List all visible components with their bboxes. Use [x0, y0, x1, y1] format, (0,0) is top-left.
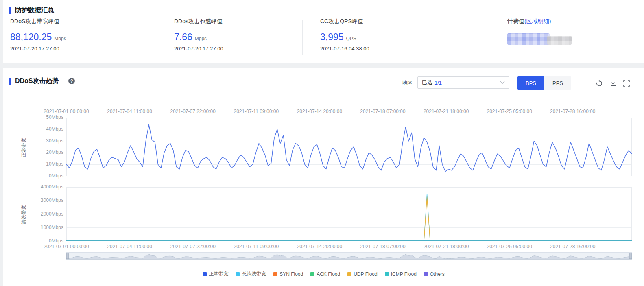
- trend-panel: DDoS攻击趋势 ? 地区 已选 1/1 BPS PPS 正常带宽 清洗带宽: [3, 68, 644, 286]
- legend-label: 正常带宽: [209, 271, 228, 277]
- region-detail-link[interactable]: (区域明细): [524, 18, 551, 24]
- x-tick-label: 2021-07-07 22:00:00: [170, 109, 215, 114]
- x-tick-label: 2021-07-28 16:00:00: [550, 109, 595, 114]
- x-tick-label: 2021-07-11 09:00:00: [234, 244, 279, 249]
- metric-timestamp: 2021-07-20 17:27:00: [10, 46, 66, 52]
- legend-swatch: [310, 272, 314, 276]
- legend-label: 总清洗带宽: [242, 271, 266, 277]
- card-divider: [490, 20, 490, 55]
- y-tick-label: 50Mbps: [3, 114, 63, 120]
- metric-timestamp: 2021-07-16 04:38:00: [320, 46, 369, 52]
- y-tick-label: 30Mbps: [3, 138, 63, 144]
- metric-label: DDoS攻击带宽峰值: [10, 18, 66, 25]
- legend-item[interactable]: SYN Flood: [273, 271, 303, 277]
- metric-card-ddos-packet-rate: DDos攻击包速峰值 7.66 Mpps 2021-07-20 17:27:00: [174, 18, 223, 52]
- region-select[interactable]: 已选 1/1: [417, 76, 509, 89]
- metric-card-cc-qps: CC攻击QPS峰值 3,995 QPS 2021-07-16 04:38:00: [320, 18, 369, 52]
- attack-series-line-总清洗带宽: [66, 194, 632, 241]
- metric-value: 7.66: [174, 32, 192, 43]
- y-tick-label: 3000Mbps: [3, 197, 63, 203]
- y-tick-label: 0Mbps: [3, 173, 63, 179]
- accent-bar: [9, 7, 11, 14]
- x-tick-label: 2021-07-21 18:00:00: [424, 109, 469, 114]
- x-tick-label: 2021-07-04 11:00:00: [107, 109, 152, 114]
- x-tick-label: 2021-07-01 00:00:00: [44, 109, 89, 114]
- card-divider: [302, 20, 303, 55]
- metric-unit: QPS: [346, 36, 356, 41]
- toggle-pps-button[interactable]: PPS: [544, 76, 571, 90]
- x-tick-label: 2021-07-21 18:00:00: [424, 244, 469, 249]
- x-tick-label: 2021-07-04 11:00:00: [107, 244, 152, 249]
- metric-label: CC攻击QPS峰值: [320, 18, 369, 25]
- x-tick-label: 2021-07-07 22:00:00: [170, 244, 215, 249]
- legend-item[interactable]: Others: [424, 271, 445, 277]
- chevron-down-icon: [500, 81, 505, 84]
- legend-swatch: [385, 272, 389, 276]
- y-tick-label: 4000Mbps: [3, 184, 63, 190]
- legend-swatch: [347, 272, 351, 276]
- legend-label: ACK Flood: [317, 271, 340, 277]
- x-tick-label: 2021-07-11 09:00:00: [234, 109, 279, 114]
- fullscreen-icon[interactable]: [623, 80, 630, 87]
- normal-bandwidth-chart[interactable]: [66, 118, 632, 176]
- refresh-icon[interactable]: [596, 80, 603, 87]
- unit-toggle: BPS PPS: [517, 76, 571, 90]
- x-tick-label: 2021-07-18 07:00:00: [360, 244, 405, 249]
- legend-item[interactable]: ICMP Flood: [385, 271, 417, 277]
- metric-unit: Mpps: [195, 36, 207, 41]
- metric-card-billing: 计费值(区域明细): [507, 18, 551, 25]
- x-tick-label: 2021-07-25 05:00:00: [487, 244, 532, 249]
- y-tick-label: 1000Mbps: [3, 225, 63, 230]
- x-tick-label: 2021-07-14 20:00:00: [297, 244, 342, 249]
- legend-label: ICMP Flood: [391, 271, 417, 277]
- legend-item[interactable]: ACK Flood: [310, 271, 340, 277]
- region-select-value: 1/1: [434, 80, 442, 86]
- slider-handle-right[interactable]: [629, 253, 632, 259]
- help-icon[interactable]: ?: [68, 78, 75, 84]
- masked-billing-value: [507, 33, 572, 46]
- mosaic-block-blue: [507, 33, 550, 45]
- metric-value: 3,995: [320, 32, 344, 43]
- legend-item[interactable]: 正常带宽: [203, 271, 228, 277]
- trend-section-title: DDoS攻击趋势: [15, 77, 59, 85]
- legend-label: UDP Flood: [354, 271, 377, 277]
- attack-series-line-UDP-Flood: [66, 196, 632, 241]
- trend-title-row: DDoS攻击趋势: [9, 77, 59, 85]
- accent-bar: [9, 78, 11, 85]
- region-select-prefix: 已选: [422, 79, 432, 86]
- x-tick-label: 2021-07-14 20:00:00: [297, 109, 342, 114]
- page: 防护数据汇总 DDoS攻击带宽峰值 88,120.25 Mbps 2021-07…: [0, 0, 644, 286]
- metric-timestamp: 2021-07-20 17:27:00: [174, 46, 223, 52]
- summary-section-title: 防护数据汇总: [15, 6, 54, 15]
- x-tick-label: 2021-07-25 05:00:00: [487, 109, 532, 114]
- region-filter-label: 地区: [402, 79, 413, 87]
- datazoom-slider[interactable]: [66, 252, 632, 260]
- y-tick-label: 40Mbps: [3, 126, 63, 132]
- mosaic-block-gray: [547, 36, 572, 45]
- x-tick-label: 2021-07-18 07:00:00: [360, 109, 405, 114]
- legend-label: Others: [430, 271, 445, 277]
- metric-unit: Mbps: [54, 36, 66, 41]
- legend-label: SYN Flood: [279, 271, 303, 277]
- summary-panel: 防护数据汇总 DDoS攻击带宽峰值 88,120.25 Mbps 2021-07…: [3, 0, 644, 63]
- y-tick-label: 0Mbps: [3, 238, 63, 244]
- plot-border: [67, 118, 632, 176]
- x-tick-label: 2021-07-28 16:00:00: [550, 244, 595, 249]
- metric-label: 计费值: [507, 18, 524, 24]
- summary-title-row: 防护数据汇总: [9, 6, 54, 15]
- legend-swatch: [424, 272, 428, 276]
- y-tick-label: 2000Mbps: [3, 211, 63, 217]
- y-tick-label: 10Mbps: [3, 161, 63, 167]
- legend-swatch: [203, 272, 207, 276]
- slider-handle-left[interactable]: [66, 253, 69, 259]
- toggle-bps-button[interactable]: BPS: [517, 76, 544, 90]
- download-icon[interactable]: [609, 80, 617, 87]
- metric-label: DDos攻击包速峰值: [174, 18, 223, 25]
- legend-item[interactable]: UDP Flood: [347, 271, 377, 277]
- card-divider: [157, 20, 157, 55]
- x-tick-label: 2021-07-01 00:00:00: [44, 244, 89, 249]
- legend-swatch: [236, 272, 240, 276]
- legend-item[interactable]: 总清洗带宽: [236, 271, 266, 277]
- metric-value: 88,120.25: [10, 32, 52, 43]
- cleaning-bandwidth-chart[interactable]: [66, 187, 632, 241]
